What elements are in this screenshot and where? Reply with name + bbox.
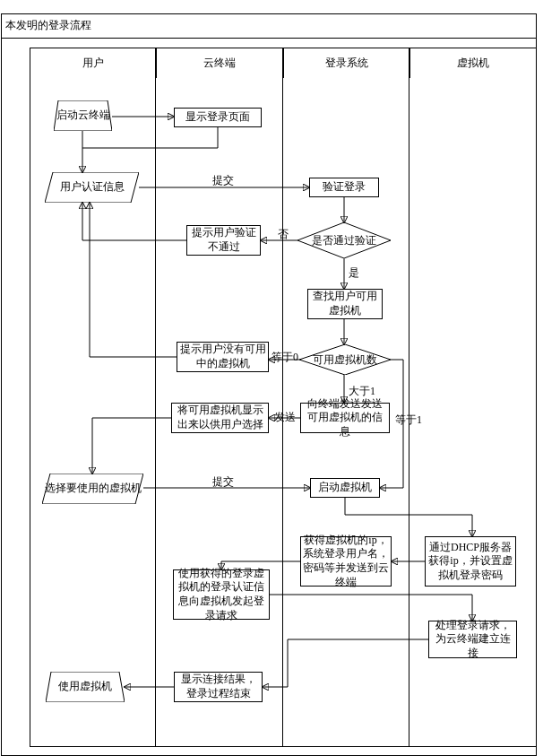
flowchart: 本发明的登录流程 用户 云终端 登录系统 虚拟机 启动云终端 显示登录页面 用户…	[0, 0, 543, 756]
